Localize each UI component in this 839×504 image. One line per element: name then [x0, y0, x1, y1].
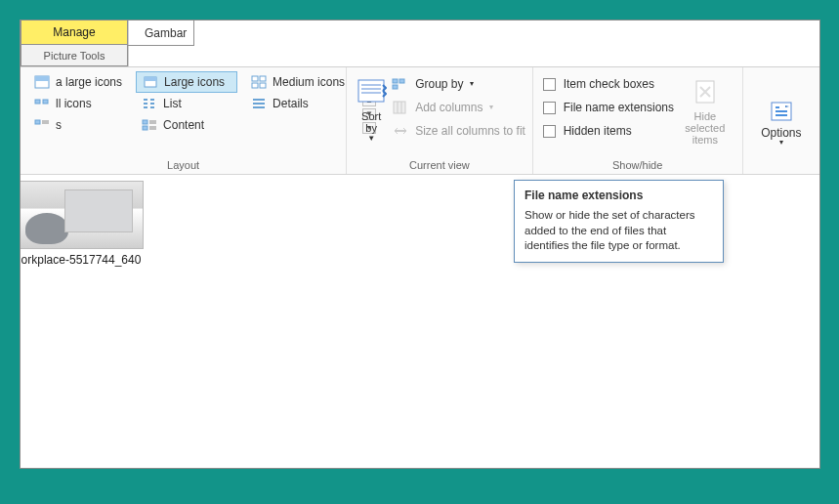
svg-rect-18 — [143, 126, 147, 130]
dropdown-arrow-icon: ▾ — [489, 103, 493, 111]
size-all-columns-button: Size all columns to fit — [388, 120, 529, 142]
group-current-view: Sort by ▼ Group by ▾ — [347, 67, 532, 174]
group-label-layout: Layout — [28, 157, 338, 174]
svg-rect-33 — [399, 79, 404, 83]
file-item[interactable]: orkplace-5517744_640 — [21, 181, 149, 267]
ribbon: a large icons ll icons s — [21, 67, 819, 175]
sort-by-icon — [355, 75, 388, 108]
sort-by-button[interactable]: Sort by ▼ — [355, 71, 388, 157]
svg-rect-1 — [35, 76, 49, 81]
group-options: Options ▾ — [743, 67, 819, 174]
dropdown-arrow-icon: ▾ — [470, 79, 474, 88]
group-layout: a large icons ll icons s — [21, 67, 347, 174]
tooltip-body: Show or hide the set of characters added… — [524, 208, 713, 254]
layout-label: s — [56, 118, 62, 132]
tab-picture-tools: Picture Tools — [21, 45, 128, 66]
svg-rect-34 — [393, 85, 398, 89]
layout-extra-large-icons[interactable]: a large icons — [28, 71, 128, 93]
svg-rect-24 — [260, 83, 266, 88]
svg-rect-23 — [252, 83, 258, 88]
file-name-extensions-toggle[interactable]: File name extensions — [541, 97, 676, 118]
layout-label: a large icons — [56, 75, 122, 89]
tooltip-file-name-extensions: File name extensions Show or hide the se… — [514, 180, 724, 263]
list-icon — [142, 97, 157, 110]
layout-large-icons[interactable]: Large icons — [136, 71, 237, 93]
layout-tiles[interactable]: s — [28, 114, 128, 136]
svg-rect-32 — [393, 79, 398, 83]
tiles-icon — [34, 118, 50, 132]
group-by-label: Group by — [415, 77, 463, 91]
hide-selected-items-button: Hide selected items — [676, 71, 734, 157]
small-icons-icon — [34, 97, 50, 110]
svg-rect-35 — [394, 102, 405, 113]
svg-rect-28 — [358, 80, 384, 102]
layout-small-icons[interactable]: ll icons — [28, 93, 128, 114]
layout-medium-icons[interactable]: Medium icons — [245, 71, 353, 93]
explorer-window: Manage Picture Tools Gambar a large icon… — [20, 20, 820, 469]
svg-rect-15 — [143, 120, 147, 124]
dropdown-arrow-icon: ▾ — [779, 138, 783, 147]
options-button[interactable]: Options ▾ — [751, 71, 812, 169]
group-label-current-view: Current view — [355, 157, 524, 174]
hidden-items-toggle[interactable]: Hidden items — [541, 120, 676, 142]
layout-label: Content — [163, 118, 204, 132]
file-pane[interactable]: orkplace-5517744_640 File name extension… — [21, 175, 819, 468]
layout-content[interactable]: Content — [136, 114, 237, 136]
file-name-label: orkplace-5517744_640 — [21, 253, 149, 267]
file-thumbnail — [21, 181, 144, 249]
svg-rect-21 — [252, 76, 258, 81]
checkbox-icon — [543, 78, 556, 91]
tooltip-title: File name extensions — [524, 189, 713, 202]
size-columns-icon — [392, 123, 409, 139]
add-columns-icon — [392, 100, 409, 115]
layout-label: List — [163, 97, 182, 110]
item-check-boxes-toggle[interactable]: Item check boxes — [541, 73, 676, 95]
group-label-options — [751, 169, 812, 174]
dropdown-arrow-icon: ▼ — [367, 134, 375, 143]
group-by-button[interactable]: Group by ▾ — [388, 73, 529, 95]
layout-label: Medium icons — [273, 75, 345, 89]
right-tab-wrap: Gambar — [128, 21, 202, 66]
svg-rect-2 — [35, 100, 40, 104]
content-icon — [142, 118, 157, 132]
group-show-hide: Item check boxes File name extensions Hi… — [533, 67, 743, 174]
svg-rect-4 — [35, 120, 40, 124]
tab-manage[interactable]: Manage — [21, 21, 128, 45]
size-all-label: Size all columns to fit — [415, 124, 525, 138]
checkbox-icon — [543, 125, 556, 138]
svg-rect-3 — [43, 100, 48, 104]
contextual-tab-stack: Manage Picture Tools — [21, 21, 128, 66]
group-label-show-hide: Show/hide — [541, 157, 734, 174]
hide-selected-icon — [689, 75, 722, 108]
item-check-boxes-label: Item check boxes — [564, 77, 654, 91]
layout-list[interactable]: List — [136, 93, 237, 114]
details-icon — [251, 97, 267, 110]
file-name-extensions-label: File name extensions — [564, 101, 674, 114]
layout-label: ll icons — [56, 97, 92, 110]
extra-large-icons-icon — [34, 75, 50, 89]
svg-rect-8 — [145, 77, 156, 81]
hidden-items-label: Hidden items — [564, 124, 632, 138]
large-icons-icon — [143, 75, 158, 89]
add-columns-label: Add columns — [415, 101, 482, 114]
checkbox-icon — [543, 102, 556, 114]
ribbon-tabset: Manage Picture Tools Gambar — [21, 21, 819, 67]
add-columns-button: Add columns ▾ — [388, 97, 529, 118]
layout-label: Large icons — [164, 75, 225, 89]
layout-label: Details — [273, 97, 309, 110]
svg-rect-22 — [260, 76, 266, 81]
options-icon — [768, 99, 795, 126]
group-by-icon — [392, 76, 409, 92]
medium-icons-icon — [251, 75, 267, 89]
layout-details[interactable]: Details — [245, 93, 353, 114]
sort-by-label: Sort by — [361, 110, 381, 134]
hide-selected-label: Hide selected items — [676, 110, 734, 146]
